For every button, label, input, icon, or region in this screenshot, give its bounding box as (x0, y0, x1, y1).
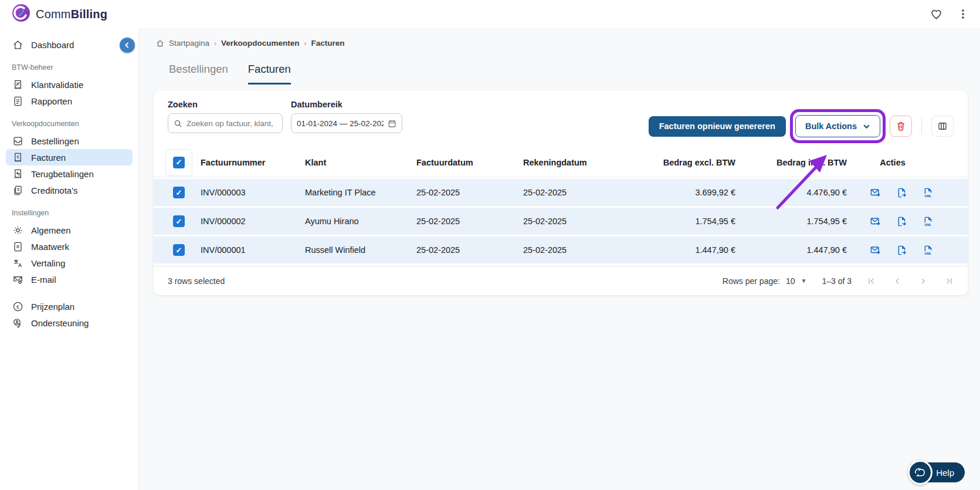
sidebar-item-vertaling[interactable]: A Vertaling (6, 255, 133, 271)
sidebar-item-label: Rapporten (31, 96, 72, 106)
svg-text:XML: XML (924, 194, 932, 197)
table-row[interactable]: INV/000003 Marketing IT Place 25-02-2025… (154, 179, 968, 206)
download-xml-icon[interactable]: XML (923, 245, 934, 256)
bulk-actions-button[interactable]: Bulk Actions (795, 115, 880, 137)
sidebar-section-verkoopdocumenten: Verkoopdocumenten (6, 120, 133, 128)
help-button[interactable]: Help (908, 460, 965, 485)
send-email-icon[interactable] (870, 216, 881, 227)
sidebar-section-instellingen: Instellingen (6, 209, 133, 217)
search-input[interactable] (186, 119, 277, 128)
previous-page-icon[interactable] (893, 276, 902, 286)
row-checkbox[interactable] (173, 244, 185, 256)
send-email-icon[interactable] (870, 187, 881, 198)
cell-invoice-number: INV/000001 (192, 245, 305, 255)
cell-amount-excl: 1.447,90 € (659, 245, 738, 255)
cell-amount-incl: 1.447,90 € (738, 245, 849, 255)
table-row[interactable]: INV/000001 Russell Winfield 25-02-2025 2… (154, 236, 968, 263)
date-range-value: 01-01-2024 — 25-02-202 (297, 119, 384, 128)
svg-text:XML: XML (924, 251, 932, 255)
export-document-icon[interactable] (896, 187, 907, 198)
toolbar: Facturen opnieuw genereren Bulk Actions (649, 115, 954, 137)
report-icon (12, 95, 23, 107)
sidebar-item-label: Dashboard (31, 40, 74, 50)
send-email-icon[interactable] (870, 245, 881, 256)
sidebar-item-terugbetalingen[interactable]: Terugbetalingen (6, 165, 133, 182)
export-document-icon[interactable] (896, 216, 907, 227)
last-page-icon[interactable] (944, 276, 954, 286)
sidebar-item-bestellingen[interactable]: Bestellingen (6, 133, 133, 149)
breadcrumb-verkoopdocumenten[interactable]: Verkoopdocumenten (221, 39, 300, 48)
cell-billing-date: 25-02-2025 (523, 188, 659, 197)
cell-amount-incl: 1.754,95 € (738, 217, 849, 226)
rows-per-page-label: Rows per page: (723, 276, 780, 286)
sidebar-item-label: Ondersteuning (31, 318, 89, 328)
table-footer: 3 rows selected Rows per page: 10 ▼ 1–3 … (154, 266, 968, 295)
svg-text:€: € (16, 154, 19, 159)
filter-bar: Zoeken Datumbereik 01-01-2024 — 25-02-20… (154, 90, 968, 148)
search-icon (174, 119, 182, 128)
breadcrumb-facturen: Facturen (311, 39, 345, 48)
column-header-bedrag-excl[interactable]: Bedrag excl. BTW (659, 158, 738, 167)
sidebar-item-creditnotas[interactable]: Creditnota's (6, 182, 133, 198)
column-header-rekeningdatum[interactable]: Rekeningdatum (523, 158, 659, 167)
export-document-icon[interactable] (896, 245, 907, 256)
sidebar-item-algemeen[interactable]: Algemeen (6, 222, 133, 238)
receipt-percent-icon (12, 79, 23, 90)
calendar-icon[interactable] (388, 119, 396, 128)
row-checkbox[interactable] (173, 187, 185, 198)
column-header-bedrag-incl[interactable]: Bedrag incl. BTW (738, 158, 849, 167)
delete-button[interactable] (890, 116, 912, 137)
translate-icon: A (12, 257, 23, 269)
sidebar-item-facturen[interactable]: € Facturen (6, 149, 133, 165)
cell-amount-incl: 4.476,90 € (738, 188, 849, 197)
date-range-field[interactable]: 01-01-2024 — 25-02-202 (291, 113, 402, 133)
toolbar-divider (921, 118, 922, 134)
download-xml-icon[interactable]: XML (923, 187, 934, 198)
cell-invoice-date: 25-02-2025 (416, 217, 523, 226)
sidebar-collapse-button[interactable] (120, 38, 135, 53)
download-xml-icon[interactable]: XML (923, 216, 934, 227)
sidebar-item-label: Terugbetalingen (31, 169, 94, 179)
sidebar-item-dashboard[interactable]: Dashboard (6, 36, 133, 53)
credit-notes-icon (12, 184, 23, 196)
columns-settings-button[interactable] (931, 116, 954, 137)
sidebar-item-rapporten[interactable]: Rapporten (6, 93, 133, 109)
sidebar-item-klantvalidatie[interactable]: Klantvalidatie (6, 76, 133, 93)
select-all-checkbox[interactable] (173, 157, 185, 168)
refund-icon (12, 168, 23, 180)
sidebar-item-label: Vertaling (31, 258, 65, 268)
sidebar: Dashboard BTW-beheer Klantvalidatie Rapp… (0, 28, 139, 490)
breadcrumb-startpagina[interactable]: Startpagina (169, 39, 209, 48)
sidebar-item-label: Prijzenplan (31, 302, 74, 312)
tab-facturen[interactable]: Facturen (248, 63, 291, 85)
column-header-factuurdatum[interactable]: Factuurdatum (416, 158, 523, 167)
search-field[interactable] (168, 113, 283, 133)
breadcrumb-home-icon[interactable] (156, 39, 164, 48)
kebab-menu-icon[interactable] (958, 8, 968, 20)
cell-billing-date: 25-02-2025 (523, 217, 659, 226)
sidebar-item-prijzenplan[interactable]: € Prijzenplan (6, 298, 133, 315)
orders-icon (12, 135, 23, 147)
table-row[interactable]: INV/000002 Ayumu Hirano 25-02-2025 25-02… (154, 208, 968, 235)
regenerate-invoices-button[interactable]: Facturen opnieuw genereren (649, 116, 786, 137)
cell-invoice-number: INV/000003 (192, 188, 305, 197)
sidebar-item-ondersteuning[interactable]: Ondersteuning (6, 315, 133, 331)
tab-bestellingen[interactable]: Bestellingen (169, 63, 228, 85)
brand-logo[interactable]: CommBilling (12, 4, 107, 25)
sidebar-item-email[interactable]: E-mail (6, 271, 133, 288)
sidebar-item-label: Algemeen (31, 225, 71, 235)
row-checkbox[interactable] (173, 215, 185, 227)
column-header-klant[interactable]: Klant (305, 158, 416, 167)
next-page-icon[interactable] (918, 276, 928, 286)
cell-billing-date: 25-02-2025 (523, 245, 659, 255)
sidebar-item-maatwerk[interactable]: Maatwerk (6, 238, 133, 255)
cell-invoice-date: 25-02-2025 (416, 188, 523, 197)
brand-logo-icon (12, 4, 30, 25)
breadcrumb-separator: › (214, 39, 216, 48)
column-header-factuurnummer[interactable]: Factuurnummer (192, 158, 305, 167)
favorites-heart-icon[interactable] (930, 8, 942, 21)
first-page-icon[interactable] (867, 276, 876, 286)
sidebar-item-label: Bestellingen (31, 136, 79, 146)
rows-per-page-select[interactable]: Rows per page: 10 ▼ (723, 276, 807, 286)
breadcrumb: Startpagina › Verkoopdocumenten › Factur… (154, 39, 980, 48)
